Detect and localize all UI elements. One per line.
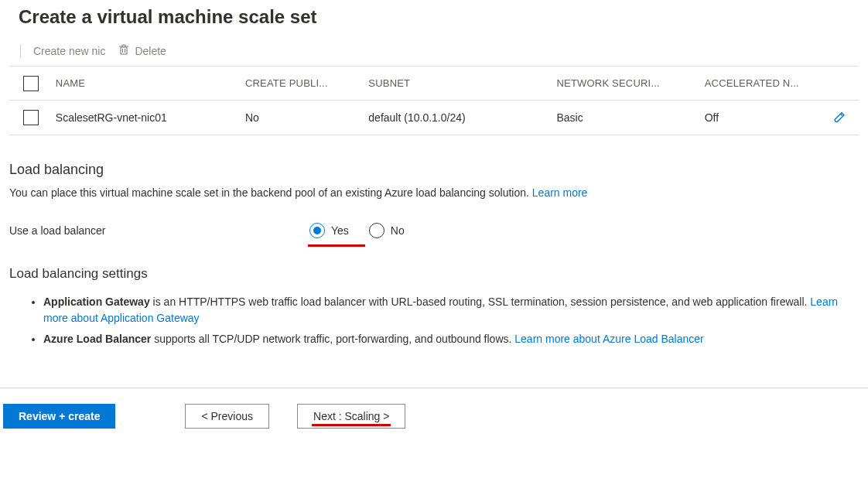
radio-yes[interactable]: Yes	[309, 223, 349, 238]
toolbar-separator	[20, 44, 21, 58]
next-button[interactable]: Next : Scaling >	[297, 404, 405, 429]
highlight-yes	[308, 244, 365, 247]
load-balancing-desc: You can place this virtual machine scale…	[9, 186, 859, 201]
cell-create-publi: No	[245, 111, 368, 124]
radio-yes-circle	[309, 223, 325, 238]
create-nic-label: Create new nic	[33, 45, 105, 57]
azure-lb-name: Azure Load Balancer	[43, 333, 151, 345]
col-header-nsg: NETWORK SECURI...	[556, 77, 704, 89]
load-balancing-heading: Load balancing	[9, 162, 859, 178]
list-item: Azure Load Balancer supports all TCP/UDP…	[43, 331, 859, 347]
cell-nsg: Basic	[556, 111, 704, 124]
cell-name: ScalesetRG-vnet-nic01	[53, 111, 245, 124]
footer: Review + create < Previous Next : Scalin…	[0, 388, 868, 429]
highlight-next	[312, 424, 391, 426]
col-header-create-publi: CREATE PUBLI...	[245, 77, 368, 89]
radio-no-circle	[369, 223, 384, 238]
create-nic-button[interactable]: Create new nic	[33, 45, 105, 57]
table-row: ScalesetRG-vnet-nic01 No default (10.0.1…	[9, 101, 859, 135]
svg-rect-0	[121, 47, 127, 54]
delete-label: Delete	[135, 45, 166, 57]
list-item: Application Gateway is an HTTP/HTTPS web…	[43, 294, 859, 326]
use-load-balancer-radio-group: Yes No	[309, 223, 405, 238]
delete-nic-button[interactable]: Delete	[118, 43, 166, 58]
radio-no[interactable]: No	[369, 223, 405, 238]
edit-icon[interactable]	[832, 110, 846, 126]
radio-no-label: No	[391, 224, 405, 237]
nic-toolbar: Create new nic Delete	[9, 43, 859, 66]
col-header-name: NAME	[53, 77, 245, 89]
col-header-accel: ACCELERATED N...	[705, 77, 820, 89]
lb-settings-list: Application Gateway is an HTTP/HTTPS web…	[43, 294, 859, 347]
next-button-label: Next : Scaling >	[313, 410, 389, 422]
col-header-subnet: SUBNET	[368, 77, 556, 89]
lb-settings-heading: Load balancing settings	[9, 266, 859, 282]
app-gateway-name: Application Gateway	[43, 296, 150, 308]
use-load-balancer-row: Use a load balancer Yes No	[9, 223, 859, 238]
delete-icon	[118, 43, 130, 58]
azure-lb-link[interactable]: Learn more about Azure Load Balancer	[514, 333, 703, 345]
azure-lb-text: supports all TCP/UDP network traffic, po…	[151, 333, 514, 345]
nic-table: NAME CREATE PUBLI... SUBNET NETWORK SECU…	[9, 66, 859, 135]
review-create-button[interactable]: Review + create	[3, 404, 115, 429]
select-all-checkbox[interactable]	[23, 76, 39, 91]
previous-button[interactable]: < Previous	[185, 404, 269, 429]
page-title: Create a virtual machine scale set	[9, 0, 859, 43]
use-load-balancer-label: Use a load balancer	[9, 224, 309, 237]
row-checkbox[interactable]	[23, 110, 39, 125]
radio-yes-label: Yes	[331, 224, 349, 237]
learn-more-link[interactable]: Learn more	[532, 186, 588, 199]
cell-subnet: default (10.0.1.0/24)	[368, 111, 556, 124]
cell-accel: Off	[705, 111, 820, 124]
app-gateway-text: is an HTTP/HTTPS web traffic load balanc…	[150, 296, 811, 308]
table-header: NAME CREATE PUBLI... SUBNET NETWORK SECU…	[9, 67, 859, 101]
